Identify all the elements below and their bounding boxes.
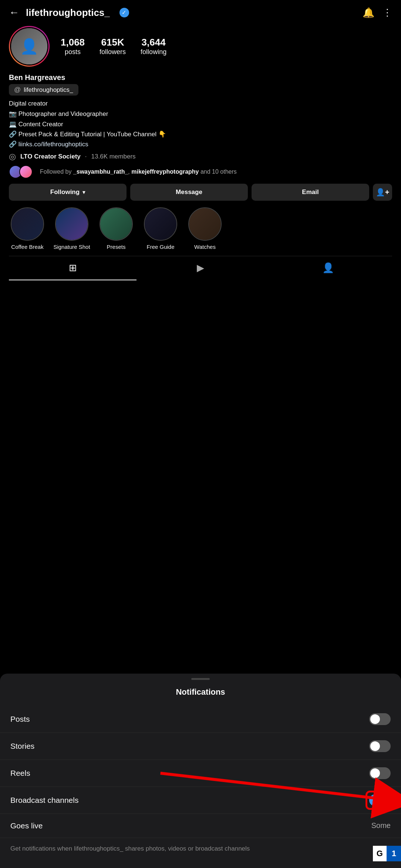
highlight-label-1: Coffee Break <box>11 244 43 250</box>
bio-line-1: Digital creator <box>9 99 392 108</box>
bio-link[interactable]: 🔗 liinks.co/lifethroughoptics <box>9 140 392 148</box>
community-name: LTO Creator Society <box>20 153 81 160</box>
action-buttons: Following ▾ Message Email 👤+ <box>9 184 392 201</box>
posts-toggle[interactable] <box>369 713 391 725</box>
sheet-title: Notifications <box>0 687 401 697</box>
posts-label: posts <box>65 48 81 56</box>
community-icon: ◎ <box>9 152 16 161</box>
avatar-wrapper: 👤 <box>9 26 50 67</box>
stat-followers[interactable]: 615K followers <box>100 37 126 56</box>
sheet-footer-text: Get notifications when lifethroughoptics… <box>0 838 401 854</box>
broadcast-highlight-box <box>365 791 394 810</box>
highlight-circle-3 <box>100 207 133 241</box>
add-person-icon: 👤+ <box>376 188 390 197</box>
followers-count: 615K <box>100 37 126 48</box>
stat-posts: 1,068 posts <box>61 37 85 56</box>
avatar: 👤 <box>10 27 48 66</box>
highlight-item-3[interactable]: Presets <box>98 207 135 250</box>
notifications-sheet: Notifications Posts Stories Reels Broadc… <box>0 674 401 868</box>
highlight-item-2[interactable]: Signature Shot <box>53 207 90 250</box>
notif-goes-live-value[interactable]: Some <box>371 821 391 830</box>
notif-reels-label: Reels <box>10 769 30 778</box>
tab-bar: ⊞ ▶ 👤 <box>9 256 392 280</box>
avatar-image: 👤 <box>11 28 47 64</box>
bio-line-3: 💻 Content Creator <box>9 120 392 129</box>
following-button[interactable]: Following ▾ <box>9 184 127 201</box>
tagged-icon: 👤 <box>322 262 334 274</box>
more-icon[interactable]: ⋮ <box>383 7 392 19</box>
username-handle: @ lifethroughoptics_ <box>9 84 78 96</box>
message-button[interactable]: Message <box>130 184 248 201</box>
highlight-item-5[interactable]: Watches <box>186 207 223 250</box>
stories-toggle[interactable] <box>369 740 391 752</box>
notif-stories-label: Stories <box>10 742 34 751</box>
bio-line-2: 📷 Photographer and Videographer <box>9 110 392 118</box>
add-user-button[interactable]: 👤+ <box>373 184 392 201</box>
highlight-label-4: Free Guide <box>146 244 174 250</box>
profile-info-row: 👤 1,068 posts 615K followers 3,644 follo… <box>9 26 392 67</box>
reels-icon: ▶ <box>197 262 204 274</box>
notif-posts: Posts <box>0 706 401 733</box>
followed-by-row: Followed by _swayambhu_rath_, mikejeffre… <box>9 165 392 178</box>
display-name: Ben Hargreaves <box>9 73 392 82</box>
highlight-circle-2 <box>55 207 88 241</box>
highlight-item-4[interactable]: Free Guide <box>142 207 179 250</box>
notif-broadcast: Broadcast channels <box>0 787 401 814</box>
highlight-item-1[interactable]: Coffee Break <box>9 207 46 250</box>
follower-avatar-2 <box>19 165 33 178</box>
tab-tagged[interactable]: 👤 <box>264 256 392 280</box>
highlight-label-5: Watches <box>194 244 216 250</box>
highlight-circle-4 <box>144 207 177 241</box>
notif-posts-label: Posts <box>10 715 30 724</box>
bio-line-4: 🔗 Preset Pack & Editing Tutorial | YouTu… <box>9 130 392 139</box>
notif-goes-live-label: Goes live <box>10 821 43 830</box>
handle-text: lifethroughoptics_ <box>24 86 73 94</box>
highlight-label-3: Presets <box>107 244 126 250</box>
nav-username: lifethroughoptics_ <box>26 7 110 19</box>
posts-count: 1,068 <box>61 37 85 48</box>
following-label: following <box>141 48 166 56</box>
chevron-down-icon: ▾ <box>82 189 85 195</box>
community-dot: · <box>85 153 87 160</box>
email-button[interactable]: Email <box>252 184 369 201</box>
tab-grid[interactable]: ⊞ <box>9 256 137 280</box>
community-members: 13.6K members <box>91 153 136 160</box>
notif-reels: Reels <box>0 760 401 787</box>
top-nav: ← lifethroughoptics_ ✓ 🔔 ⋮ <box>0 0 401 22</box>
following-count: 3,644 <box>141 37 166 48</box>
highlight-circle-1 <box>11 207 44 241</box>
back-button[interactable]: ← <box>9 7 19 19</box>
highlight-label-2: Signature Shot <box>53 244 90 250</box>
notif-stories: Stories <box>0 733 401 760</box>
followed-by-text: Followed by _swayambhu_rath_, mikejeffre… <box>40 168 237 175</box>
highlight-circle-5 <box>188 207 222 241</box>
followed-avatars <box>9 165 30 178</box>
notif-broadcast-label: Broadcast channels <box>10 796 78 805</box>
bell-icon[interactable]: 🔔 <box>363 7 374 19</box>
gadget-watermark: G 1 <box>373 846 401 861</box>
notif-goes-live: Goes live Some <box>0 814 401 838</box>
community-row[interactable]: ◎ LTO Creator Society · 13.6K members <box>9 152 392 161</box>
tab-reels[interactable]: ▶ <box>137 256 264 280</box>
stat-following[interactable]: 3,644 following <box>141 37 166 56</box>
verified-badge: ✓ <box>119 8 129 17</box>
grid-icon: ⊞ <box>69 262 77 274</box>
stats-row: 1,068 posts 615K followers 3,644 followi… <box>61 37 392 56</box>
highlights-row: Coffee Break Signature Shot Presets Free… <box>9 207 392 254</box>
reels-toggle[interactable] <box>369 767 391 779</box>
profile-section: 👤 1,068 posts 615K followers 3,644 follo… <box>0 22 401 280</box>
followers-label: followers <box>100 48 126 56</box>
sheet-handle[interactable] <box>191 678 210 680</box>
